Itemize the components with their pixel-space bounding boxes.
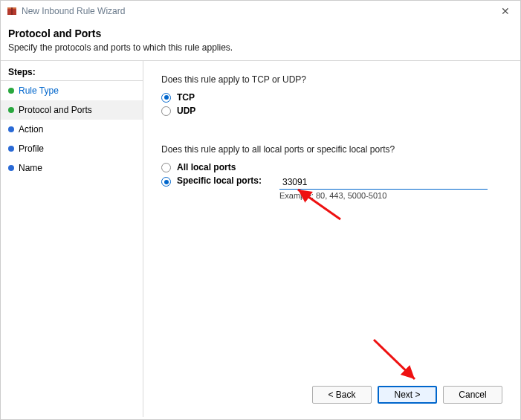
back-button[interactable]: < Back: [312, 386, 372, 404]
step-rule-type[interactable]: Rule Type: [1, 81, 143, 100]
radio-specific-ports[interactable]: Specific local ports: Example: 80, 443, …: [161, 175, 502, 200]
radio-all-ports-label: All local ports: [177, 162, 236, 172]
firewall-icon: [7, 5, 17, 18]
main-panel: Does this rule apply to TCP or UDP? TCP …: [143, 61, 520, 417]
titlebar: New Inbound Rule Wizard ✕: [1, 1, 520, 22]
radio-icon: [161, 106, 171, 116]
step-bullet-icon: [8, 126, 14, 132]
page-title: Protocol and Ports: [8, 28, 511, 39]
step-label: Name: [19, 163, 42, 173]
step-bullet-icon: [8, 165, 14, 171]
question-ports: Does this rule apply to all local ports …: [161, 144, 502, 155]
svg-line-4: [374, 340, 415, 379]
window-title: New Inbound Rule Wizard: [22, 6, 125, 16]
step-label: Protocol and Ports: [19, 105, 92, 115]
next-button[interactable]: Next >: [378, 386, 437, 404]
radio-icon: [161, 93, 171, 103]
step-protocol-ports[interactable]: Protocol and Ports: [1, 100, 143, 120]
cancel-button[interactable]: Cancel: [443, 386, 502, 404]
step-bullet-icon: [8, 88, 14, 94]
step-profile[interactable]: Profile: [1, 139, 143, 158]
close-icon[interactable]: ✕: [496, 4, 514, 19]
ports-example-text: Example: 80, 443, 5000-5010: [279, 191, 488, 200]
steps-sidebar: Steps: Rule Type Protocol and Ports Acti…: [1, 61, 143, 417]
wizard-buttons: < Back Next > Cancel: [312, 386, 502, 404]
radio-all-ports[interactable]: All local ports: [161, 162, 502, 172]
radio-tcp[interactable]: TCP: [161, 92, 502, 103]
specific-ports-input[interactable]: [279, 175, 488, 190]
header: Protocol and Ports Specify the protocols…: [1, 22, 520, 60]
annotation-arrow-icon: [370, 336, 422, 384]
radio-icon: [161, 177, 171, 187]
steps-label: Steps:: [1, 64, 143, 81]
step-label: Rule Type: [19, 85, 59, 96]
svg-rect-2: [11, 7, 13, 15]
step-label: Profile: [19, 143, 44, 154]
question-protocol: Does this rule apply to TCP or UDP?: [161, 74, 502, 85]
radio-icon: [161, 163, 171, 172]
step-bullet-icon: [8, 146, 14, 152]
radio-specific-ports-label: Specific local ports:: [177, 175, 274, 186]
step-action[interactable]: Action: [1, 120, 143, 139]
step-label: Action: [19, 124, 43, 135]
step-name[interactable]: Name: [1, 158, 143, 178]
page-subtitle: Specify the protocols and ports to which…: [8, 42, 511, 53]
radio-tcp-label: TCP: [177, 92, 195, 103]
radio-udp[interactable]: UDP: [161, 106, 502, 116]
step-bullet-icon: [8, 107, 14, 113]
radio-udp-label: UDP: [177, 106, 195, 116]
